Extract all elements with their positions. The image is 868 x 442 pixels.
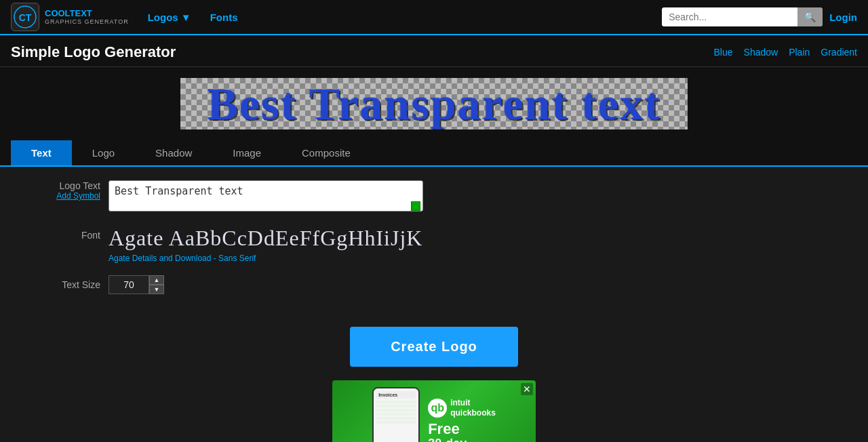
text-size-input[interactable] [108,275,149,294]
text-size-row: Text Size ▲ ▼ [41,275,857,294]
invoice-line-1 [376,401,416,403]
invoice-line-6 [376,421,416,424]
invoice-line-5 [376,417,416,420]
header: CT COOLTEXT GRAPHICS GENERATOR Logos ▼ F… [0,0,868,35]
font-display: Agate AaBbCcDdEeFfGgHhIiJjK [108,226,422,251]
spinner-buttons: ▲ ▼ [149,275,164,294]
preview-text: Best Transparent text [207,78,660,129]
style-gradient[interactable]: Gradient [821,47,857,58]
green-square-indicator [411,201,420,211]
nav-logos[interactable]: Logos ▼ [140,7,199,27]
logo-icon: CT [11,3,39,31]
svg-text:CT: CT [19,12,32,23]
text-size-label: Text Size [41,275,108,290]
logo-text-row: Logo Text Add Symbol [41,180,857,214]
quickbooks-icon: qb [428,399,447,418]
text-input-wrapper [108,180,423,214]
tab-text[interactable]: Text [11,140,72,165]
size-wrapper: ▲ ▼ [108,275,164,294]
page-title-bar: Simple Logo Generator Blue Shadow Plain … [0,35,868,67]
add-symbol-link[interactable]: Add Symbol [56,191,100,201]
ad-box: ✕ Invoices qb intuitquickbooks Fre [332,380,536,442]
qb-brand-name: intuitquickbooks [450,398,496,418]
ad-close-button[interactable]: ✕ [521,383,533,395]
ad-area: ✕ Invoices qb intuitquickbooks Fre [0,380,868,442]
ad-phone-screen: Invoices [374,388,418,442]
invoice-line-3 [376,409,416,411]
preview-image: Best Transparent text [180,78,688,129]
style-links: Blue Shadow Plain Gradient [714,47,857,58]
tab-composite[interactable]: Composite [281,140,371,165]
ad-days-text: 30-day [428,437,496,442]
font-row: Font Agate AaBbCcDdEeFfGgHhIiJjK Agate D… [41,226,857,263]
logo-text-label-stack: Logo Text Add Symbol [41,180,108,201]
tab-image[interactable]: Image [212,140,281,165]
tabs-bar: Text Logo Shadow Image Composite [0,140,868,167]
ad-free-text: Free [428,422,496,437]
logo-text-input[interactable] [108,180,423,212]
style-plain[interactable]: Plain [789,47,810,58]
site-logo[interactable]: CT COOLTEXT GRAPHICS GENERATOR [11,3,129,31]
font-label: Font [41,226,108,241]
login-button[interactable]: Login [829,12,857,23]
create-logo-button[interactable]: Create Logo [350,327,518,367]
style-blue[interactable]: Blue [714,47,733,58]
form-area: Logo Text Add Symbol Font Agate AaBbCcDd… [0,167,868,320]
size-down-button[interactable]: ▼ [149,285,164,294]
search-input[interactable] [662,7,797,26]
ad-text-right: qb intuitquickbooks Free 30-day [428,398,496,442]
font-detail-link[interactable]: Agate Details and Download - Sans Serif [108,254,422,263]
tab-shadow[interactable]: Shadow [135,140,212,165]
main-nav: Logos ▼ Fonts [140,7,246,27]
search-box: 🔍 [662,7,823,26]
ad-phone: Invoices [372,387,420,442]
invoice-line-4 [376,413,416,416]
search-area: 🔍 Login [662,7,857,26]
invoice-header: Invoices [376,391,416,399]
nav-fonts[interactable]: Fonts [202,7,246,27]
site-name: COOLTEXT [45,9,129,18]
size-up-button[interactable]: ▲ [149,275,164,285]
page-title: Simple Logo Generator [11,43,176,61]
site-subtitle: GRAPHICS GENERATOR [45,18,129,25]
invoice-line-2 [376,405,416,407]
ad-content: Invoices qb intuitquickbooks Free 30-day [364,380,504,442]
tab-logo[interactable]: Logo [72,140,135,165]
logo-text-label: Logo Text [60,180,100,191]
ad-qb-logo: qb intuitquickbooks [428,398,496,418]
style-shadow[interactable]: Shadow [744,47,778,58]
search-button[interactable]: 🔍 [797,7,823,26]
font-display-wrapper: Agate AaBbCcDdEeFfGgHhIiJjK Agate Detail… [108,226,422,263]
preview-area: Best Transparent text [0,67,868,140]
